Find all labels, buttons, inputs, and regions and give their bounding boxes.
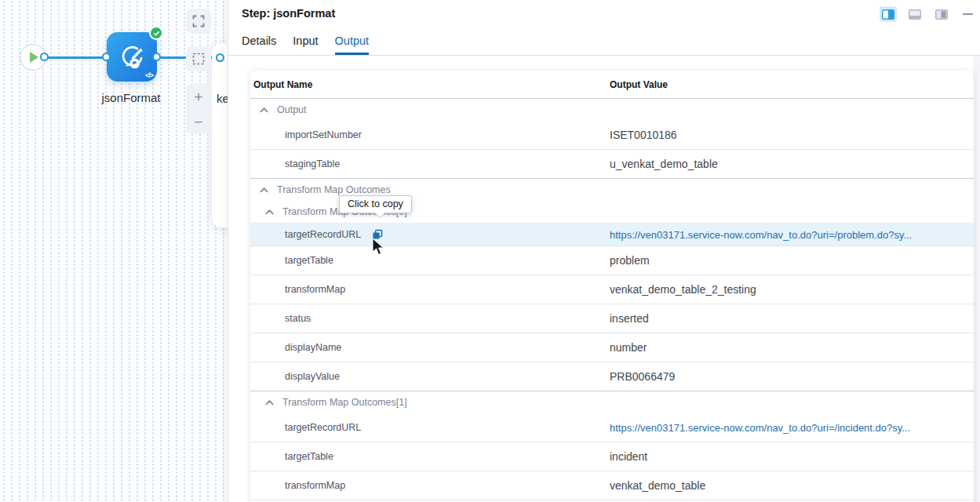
section-label: Transform Map Outcomes[1] [282,397,407,408]
panel-tabs: DetailsInputOutput [242,35,369,55]
output-value: number [610,341,647,354]
output-value: ISET0010186 [610,129,677,141]
table-body: OutputimportSetNumberISET0010186stagingT… [250,99,974,500]
panel-title: Step: jsonFormat [242,7,335,20]
mouse-cursor [372,238,385,256]
tab-output[interactable]: Output [335,35,370,55]
chevron-up-icon[interactable] [260,107,268,113]
zoom-out-button[interactable]: − [194,115,202,129]
table-row: transformMapvenkat_demo_table_2_testing [250,275,974,304]
table-row: displayNamenumber [250,333,974,362]
marquee-select-icon [192,53,205,65]
zoom-controls: + − [186,84,211,134]
fullscreen-button[interactable] [186,9,211,34]
copy-tooltip: Click to copy [339,195,412,213]
table-row: importSetNumberISET0010186 [250,121,974,150]
success-check-badge [149,26,163,40]
code-icon: </> [145,71,153,79]
scroll-gutter[interactable] [973,56,980,502]
section-row[interactable]: Transform Map Outcomes[1] [250,391,974,413]
section-row[interactable]: Output [250,99,974,121]
output-name: targetRecordURL [285,229,361,240]
step-detail-panel: Step: jsonFormat DetailsInputOutput Outp… [228,0,980,502]
output-value-link[interactable]: https://ven03171.service-now.com/nav_to.… [610,422,910,434]
table-row: targetTableproblem [250,246,974,275]
fullscreen-icon [192,15,205,27]
column-header-output-name: Output Name [250,79,610,90]
table-row: targetTableincident [250,442,974,471]
table-row: transformMapvenkat_demo_table [250,471,974,500]
chevron-up-icon[interactable] [265,399,274,406]
table-header-row: Output Name Output Value [250,71,974,99]
input-port[interactable] [102,53,111,61]
table-row: statusinserted [250,304,974,333]
dock-bottom-icon[interactable] [906,6,924,22]
chevron-up-icon[interactable] [260,187,268,193]
output-name: status [285,313,311,324]
output-name: displayValue [285,371,340,382]
json-transform-icon [115,41,148,74]
panel-window-controls [880,6,973,22]
section-label: Output [277,104,307,115]
flow-canvas[interactable]: </> jsonFormat ke + − [0,0,228,502]
table-row: targetRecordURLhttps://ven03171.service-… [250,413,974,442]
output-name: transformMap [285,480,345,491]
input-port[interactable] [216,53,224,62]
output-value: inserted [610,312,649,325]
output-value: venkat_demo_table_2_testing [610,283,756,296]
output-value: u_venkat_demo_table [610,158,718,170]
section-label: Transform Map Outcomes [277,184,391,195]
output-name: targetTable [285,451,333,462]
output-name: stagingTable [285,158,340,169]
dock-side-icon[interactable] [933,6,950,22]
output-name: importSetNumber [285,129,362,140]
tab-input[interactable]: Input [293,35,318,55]
table-row: displayValuePRB0066479 [250,362,974,391]
output-value: problem [610,254,650,267]
output-port[interactable] [40,53,49,61]
node-label-jsonformat: jsonFormat [81,91,181,104]
select-tool-button[interactable] [186,46,211,71]
output-name: targetRecordURL [285,422,361,433]
output-value: PRB0066479 [610,370,675,383]
play-icon [30,52,38,63]
output-name: transformMap [285,284,345,295]
table-row: stagingTableu_venkat_demo_table [250,150,974,179]
output-port[interactable] [152,53,161,61]
flow-node-jsonformat[interactable]: </> [107,32,157,82]
output-value: venkat_demo_table [610,479,705,492]
output-table-card: Output Name Output Value OutputimportSet… [250,71,974,502]
output-value: incident [610,450,647,463]
zoom-in-button[interactable]: + [194,89,202,104]
dock-right-active-icon[interactable] [880,6,897,22]
chevron-up-icon[interactable] [265,209,274,215]
tabs-divider [228,55,980,56]
column-header-output-value: Output Value [610,79,974,90]
output-name: displayName [285,342,341,353]
table-row[interactable]: targetRecordURLhttps://ven03171.service-… [250,223,974,246]
minimize-icon[interactable] [963,13,973,16]
tab-details[interactable]: Details [242,35,276,55]
output-name: targetTable [285,255,333,266]
output-value-link[interactable]: https://ven03171.service-now.com/nav_to.… [610,229,912,241]
